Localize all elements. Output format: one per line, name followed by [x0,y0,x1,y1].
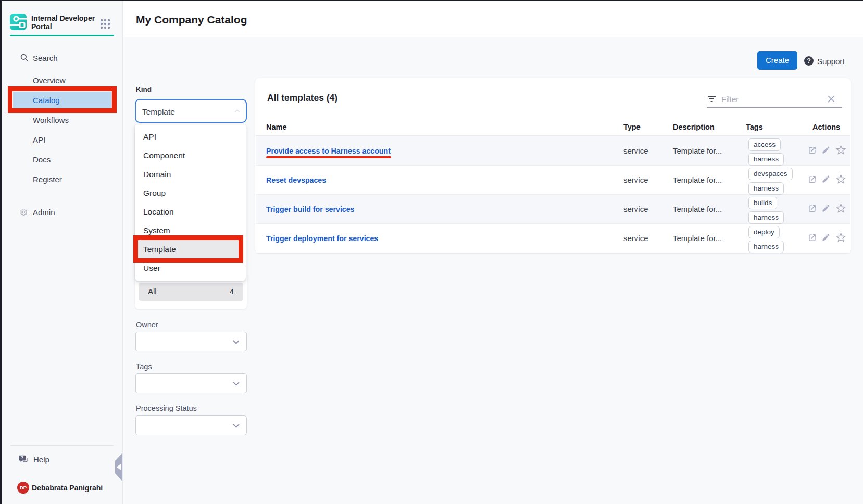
svg-text:?: ? [21,456,23,461]
